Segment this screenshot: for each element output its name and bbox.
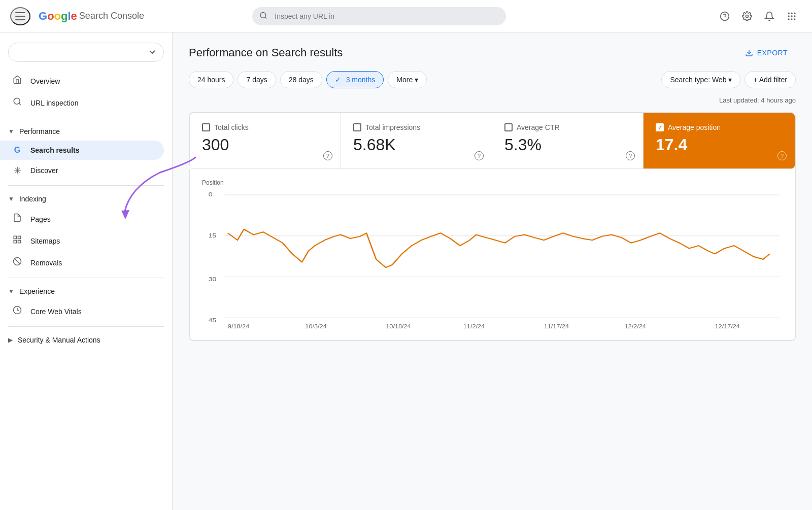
- metric-clicks-help-icon[interactable]: ?: [323, 151, 332, 160]
- svg-point-9: [791, 15, 792, 17]
- hamburger-button[interactable]: [10, 7, 30, 25]
- svg-point-7: [794, 12, 795, 14]
- url-search-input[interactable]: [252, 7, 506, 25]
- sidebar-item-removals-label: Removals: [30, 259, 62, 267]
- metric-impressions-header: Total impressions: [353, 123, 480, 131]
- discover-icon: ✳: [12, 165, 22, 176]
- sidebar-section-security-label: Security & Manual Actions: [18, 336, 100, 344]
- svg-rect-19: [14, 241, 16, 243]
- svg-text:10/3/24: 10/3/24: [305, 323, 327, 329]
- metric-position-header: Average position: [656, 123, 783, 131]
- svg-point-5: [788, 12, 789, 14]
- indexing-chevron-icon: ▼: [8, 195, 14, 202]
- sidebar-item-core-web-vitals[interactable]: Core Web Vitals: [0, 300, 164, 322]
- svg-point-0: [260, 12, 266, 18]
- metric-impressions-checkbox[interactable]: [353, 123, 361, 131]
- removals-icon: [12, 257, 22, 268]
- metric-position-help-icon[interactable]: ?: [777, 151, 787, 160]
- sidebar: Overview URL inspection ▼ Performance G …: [0, 32, 173, 510]
- svg-rect-16: [14, 236, 16, 239]
- svg-point-12: [791, 18, 792, 20]
- apps-button[interactable]: [782, 6, 802, 26]
- metric-ctr-checkbox[interactable]: [504, 123, 513, 131]
- sidebar-item-pages-label: Pages: [30, 215, 51, 223]
- time-filter-more-label: More: [396, 76, 413, 84]
- svg-point-6: [791, 12, 792, 14]
- metric-ctr-label: Average CTR: [517, 123, 560, 131]
- sidebar-divider-1: [8, 118, 164, 118]
- svg-point-11: [788, 18, 789, 20]
- add-filter-label: + Add filter: [753, 76, 787, 84]
- sidebar-divider-4: [8, 326, 164, 327]
- metric-impressions-value: 5.68K: [353, 135, 480, 154]
- property-dropdown[interactable]: [8, 43, 164, 62]
- metric-position-checkbox[interactable]: [656, 123, 664, 131]
- svg-text:30: 30: [209, 276, 217, 283]
- metric-impressions-label: Total impressions: [365, 123, 420, 131]
- metric-position-value: 17.4: [656, 135, 783, 154]
- sidebar-item-url-inspection[interactable]: URL inspection: [0, 92, 164, 114]
- time-filter-3m-label: 3 months: [346, 76, 376, 84]
- performance-chart: 0 15 30 45 9/18/24 10/3/24 10/18/24 11/2…: [202, 188, 783, 330]
- sidebar-item-search-results-label: Search results: [30, 146, 80, 154]
- time-filter-24h-label: 24 hours: [197, 76, 225, 84]
- sidebar-item-search-results[interactable]: G Search results: [0, 141, 164, 160]
- filter-right: Search type: Web ▾ + Add filter: [661, 71, 796, 88]
- performance-chevron-icon: ▼: [8, 128, 14, 135]
- time-filter-3m[interactable]: ✓ 3 months: [326, 71, 384, 88]
- sidebar-item-discover-label: Discover: [30, 166, 58, 175]
- content-area: Performance on Search results EXPORT 24 …: [173, 32, 812, 510]
- svg-line-21: [15, 259, 20, 264]
- sidebar-section-security[interactable]: ▶ Security & Manual Actions: [0, 331, 172, 349]
- last-updated: Last updated: 4 hours ago: [189, 96, 796, 104]
- metric-position-label: Average position: [668, 123, 721, 131]
- time-filter-28d[interactable]: 28 days: [280, 71, 322, 88]
- metric-ctr-help-icon[interactable]: ?: [626, 151, 635, 160]
- search-type-button[interactable]: Search type: Web ▾: [661, 71, 740, 88]
- time-filter-7d-label: 7 days: [246, 76, 267, 84]
- svg-rect-17: [18, 236, 21, 239]
- metric-total-impressions[interactable]: Total impressions 5.68K ?: [341, 113, 492, 168]
- sidebar-divider-2: [8, 185, 164, 186]
- page-header: Performance on Search results EXPORT: [189, 45, 796, 61]
- time-filter-more[interactable]: More ▾: [388, 71, 427, 88]
- svg-text:12/2/24: 12/2/24: [625, 323, 647, 329]
- google-logo: Google: [39, 10, 77, 23]
- metric-clicks-checkbox[interactable]: [202, 123, 210, 131]
- property-selector[interactable]: [8, 43, 164, 62]
- chart-y-label: Position: [202, 179, 783, 186]
- metric-total-clicks[interactable]: Total clicks 300 ?: [190, 113, 341, 168]
- metric-clicks-label: Total clicks: [214, 123, 249, 131]
- time-filter-7d[interactable]: 7 days: [238, 71, 276, 88]
- sidebar-item-overview[interactable]: Overview: [0, 70, 164, 92]
- metric-impressions-help-icon[interactable]: ?: [475, 151, 484, 160]
- sidebar-item-discover[interactable]: ✳ Discover: [0, 160, 164, 181]
- sidebar-item-core-web-vitals-label: Core Web Vitals: [30, 308, 82, 316]
- metric-average-position[interactable]: Average position 17.4 ?: [644, 113, 795, 168]
- add-filter-button[interactable]: + Add filter: [745, 71, 796, 88]
- sidebar-item-sitemaps-label: Sitemaps: [30, 237, 60, 245]
- logo-area: Google Search Console: [39, 10, 144, 23]
- notifications-button[interactable]: [759, 6, 780, 26]
- export-label: EXPORT: [757, 49, 788, 57]
- sidebar-section-performance-label: Performance: [19, 127, 60, 135]
- svg-line-1: [265, 17, 266, 18]
- metric-average-ctr[interactable]: Average CTR 5.3% ?: [492, 113, 644, 168]
- time-filter-28d-label: 28 days: [289, 76, 314, 84]
- sidebar-section-experience[interactable]: ▼ Experience: [0, 282, 172, 300]
- sidebar-item-sitemaps[interactable]: Sitemaps: [0, 230, 164, 252]
- metric-clicks-value: 300: [202, 135, 328, 154]
- sidebar-section-performance[interactable]: ▼ Performance: [0, 122, 172, 141]
- core-web-vitals-icon: [12, 305, 22, 317]
- settings-button[interactable]: [737, 6, 757, 26]
- export-button[interactable]: EXPORT: [737, 45, 796, 61]
- time-filter-24h[interactable]: 24 hours: [189, 71, 233, 88]
- svg-rect-18: [18, 241, 21, 243]
- svg-line-15: [19, 103, 20, 105]
- help-button[interactable]: [715, 6, 735, 26]
- sidebar-section-indexing[interactable]: ▼ Indexing: [0, 190, 172, 208]
- svg-text:0: 0: [209, 191, 213, 198]
- page-title: Performance on Search results: [189, 46, 343, 59]
- sidebar-item-removals[interactable]: Removals: [0, 252, 164, 274]
- sidebar-item-pages[interactable]: Pages: [0, 208, 164, 230]
